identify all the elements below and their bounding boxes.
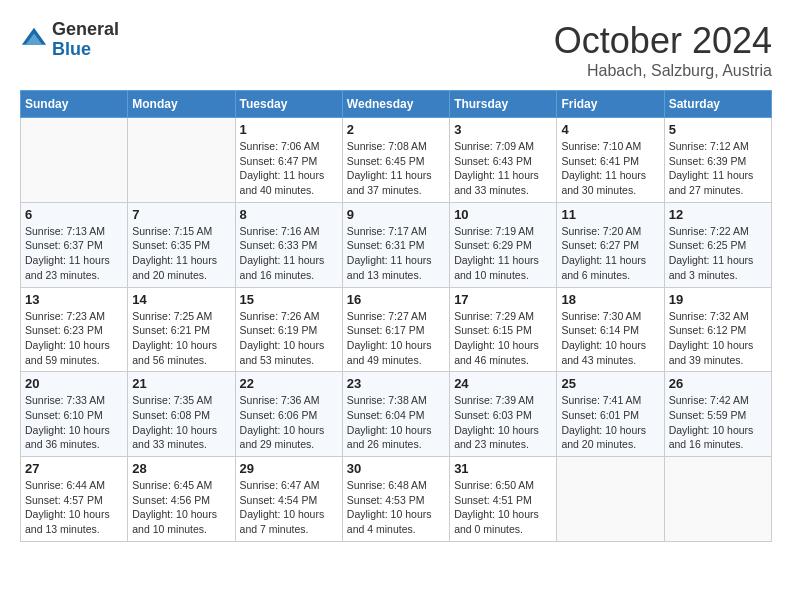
location: Habach, Salzburg, Austria xyxy=(554,62,772,80)
calendar-week-row: 6Sunrise: 7:13 AMSunset: 6:37 PMDaylight… xyxy=(21,202,772,287)
calendar-cell: 2Sunrise: 7:08 AMSunset: 6:45 PMDaylight… xyxy=(342,118,449,203)
weekday-header-friday: Friday xyxy=(557,91,664,118)
weekday-header-saturday: Saturday xyxy=(664,91,771,118)
day-detail: Sunrise: 7:41 AMSunset: 6:01 PMDaylight:… xyxy=(561,393,659,452)
day-detail: Sunrise: 7:38 AMSunset: 6:04 PMDaylight:… xyxy=(347,393,445,452)
day-number: 20 xyxy=(25,376,123,391)
title-block: October 2024 Habach, Salzburg, Austria xyxy=(554,20,772,80)
day-detail: Sunrise: 7:22 AMSunset: 6:25 PMDaylight:… xyxy=(669,224,767,283)
calendar-cell: 11Sunrise: 7:20 AMSunset: 6:27 PMDayligh… xyxy=(557,202,664,287)
day-number: 8 xyxy=(240,207,338,222)
day-detail: Sunrise: 7:09 AMSunset: 6:43 PMDaylight:… xyxy=(454,139,552,198)
day-detail: Sunrise: 7:39 AMSunset: 6:03 PMDaylight:… xyxy=(454,393,552,452)
calendar-cell: 30Sunrise: 6:48 AMSunset: 4:53 PMDayligh… xyxy=(342,457,449,542)
day-number: 31 xyxy=(454,461,552,476)
weekday-header-monday: Monday xyxy=(128,91,235,118)
calendar-cell: 22Sunrise: 7:36 AMSunset: 6:06 PMDayligh… xyxy=(235,372,342,457)
day-number: 13 xyxy=(25,292,123,307)
calendar-week-row: 27Sunrise: 6:44 AMSunset: 4:57 PMDayligh… xyxy=(21,457,772,542)
day-number: 15 xyxy=(240,292,338,307)
day-number: 10 xyxy=(454,207,552,222)
calendar-cell: 12Sunrise: 7:22 AMSunset: 6:25 PMDayligh… xyxy=(664,202,771,287)
day-detail: Sunrise: 7:13 AMSunset: 6:37 PMDaylight:… xyxy=(25,224,123,283)
calendar-cell: 23Sunrise: 7:38 AMSunset: 6:04 PMDayligh… xyxy=(342,372,449,457)
calendar-cell: 3Sunrise: 7:09 AMSunset: 6:43 PMDaylight… xyxy=(450,118,557,203)
day-number: 7 xyxy=(132,207,230,222)
day-detail: Sunrise: 7:26 AMSunset: 6:19 PMDaylight:… xyxy=(240,309,338,368)
day-detail: Sunrise: 6:44 AMSunset: 4:57 PMDaylight:… xyxy=(25,478,123,537)
day-number: 24 xyxy=(454,376,552,391)
weekday-header-tuesday: Tuesday xyxy=(235,91,342,118)
calendar-cell: 26Sunrise: 7:42 AMSunset: 5:59 PMDayligh… xyxy=(664,372,771,457)
day-number: 6 xyxy=(25,207,123,222)
day-detail: Sunrise: 6:50 AMSunset: 4:51 PMDaylight:… xyxy=(454,478,552,537)
weekday-header-thursday: Thursday xyxy=(450,91,557,118)
logo-text: General Blue xyxy=(52,20,119,60)
weekday-header-wednesday: Wednesday xyxy=(342,91,449,118)
day-number: 17 xyxy=(454,292,552,307)
calendar-cell: 5Sunrise: 7:12 AMSunset: 6:39 PMDaylight… xyxy=(664,118,771,203)
weekday-header-sunday: Sunday xyxy=(21,91,128,118)
day-detail: Sunrise: 7:30 AMSunset: 6:14 PMDaylight:… xyxy=(561,309,659,368)
day-detail: Sunrise: 6:45 AMSunset: 4:56 PMDaylight:… xyxy=(132,478,230,537)
day-number: 23 xyxy=(347,376,445,391)
calendar-cell: 27Sunrise: 6:44 AMSunset: 4:57 PMDayligh… xyxy=(21,457,128,542)
day-number: 26 xyxy=(669,376,767,391)
day-number: 27 xyxy=(25,461,123,476)
day-number: 18 xyxy=(561,292,659,307)
day-detail: Sunrise: 7:15 AMSunset: 6:35 PMDaylight:… xyxy=(132,224,230,283)
day-number: 29 xyxy=(240,461,338,476)
day-number: 12 xyxy=(669,207,767,222)
day-detail: Sunrise: 7:12 AMSunset: 6:39 PMDaylight:… xyxy=(669,139,767,198)
day-detail: Sunrise: 7:06 AMSunset: 6:47 PMDaylight:… xyxy=(240,139,338,198)
day-number: 3 xyxy=(454,122,552,137)
day-number: 14 xyxy=(132,292,230,307)
day-detail: Sunrise: 7:17 AMSunset: 6:31 PMDaylight:… xyxy=(347,224,445,283)
calendar-week-row: 1Sunrise: 7:06 AMSunset: 6:47 PMDaylight… xyxy=(21,118,772,203)
day-detail: Sunrise: 7:23 AMSunset: 6:23 PMDaylight:… xyxy=(25,309,123,368)
day-number: 16 xyxy=(347,292,445,307)
calendar-cell: 7Sunrise: 7:15 AMSunset: 6:35 PMDaylight… xyxy=(128,202,235,287)
day-detail: Sunrise: 7:25 AMSunset: 6:21 PMDaylight:… xyxy=(132,309,230,368)
day-detail: Sunrise: 7:36 AMSunset: 6:06 PMDaylight:… xyxy=(240,393,338,452)
page-header: General Blue October 2024 Habach, Salzbu… xyxy=(20,20,772,80)
weekday-header-row: SundayMondayTuesdayWednesdayThursdayFrid… xyxy=(21,91,772,118)
day-number: 30 xyxy=(347,461,445,476)
calendar-cell: 16Sunrise: 7:27 AMSunset: 6:17 PMDayligh… xyxy=(342,287,449,372)
day-number: 11 xyxy=(561,207,659,222)
calendar-cell: 17Sunrise: 7:29 AMSunset: 6:15 PMDayligh… xyxy=(450,287,557,372)
day-number: 19 xyxy=(669,292,767,307)
day-number: 22 xyxy=(240,376,338,391)
day-detail: Sunrise: 7:29 AMSunset: 6:15 PMDaylight:… xyxy=(454,309,552,368)
calendar-cell: 18Sunrise: 7:30 AMSunset: 6:14 PMDayligh… xyxy=(557,287,664,372)
calendar-cell: 9Sunrise: 7:17 AMSunset: 6:31 PMDaylight… xyxy=(342,202,449,287)
calendar-cell: 14Sunrise: 7:25 AMSunset: 6:21 PMDayligh… xyxy=(128,287,235,372)
calendar-cell: 28Sunrise: 6:45 AMSunset: 4:56 PMDayligh… xyxy=(128,457,235,542)
calendar-cell: 8Sunrise: 7:16 AMSunset: 6:33 PMDaylight… xyxy=(235,202,342,287)
day-number: 2 xyxy=(347,122,445,137)
day-detail: Sunrise: 6:47 AMSunset: 4:54 PMDaylight:… xyxy=(240,478,338,537)
day-detail: Sunrise: 7:08 AMSunset: 6:45 PMDaylight:… xyxy=(347,139,445,198)
calendar-cell: 13Sunrise: 7:23 AMSunset: 6:23 PMDayligh… xyxy=(21,287,128,372)
calendar-cell: 15Sunrise: 7:26 AMSunset: 6:19 PMDayligh… xyxy=(235,287,342,372)
calendar-cell xyxy=(21,118,128,203)
day-detail: Sunrise: 7:42 AMSunset: 5:59 PMDaylight:… xyxy=(669,393,767,452)
calendar-cell: 10Sunrise: 7:19 AMSunset: 6:29 PMDayligh… xyxy=(450,202,557,287)
calendar-cell: 21Sunrise: 7:35 AMSunset: 6:08 PMDayligh… xyxy=(128,372,235,457)
calendar-cell: 25Sunrise: 7:41 AMSunset: 6:01 PMDayligh… xyxy=(557,372,664,457)
day-number: 4 xyxy=(561,122,659,137)
logo-icon xyxy=(20,26,48,54)
calendar-week-row: 20Sunrise: 7:33 AMSunset: 6:10 PMDayligh… xyxy=(21,372,772,457)
calendar-cell: 19Sunrise: 7:32 AMSunset: 6:12 PMDayligh… xyxy=(664,287,771,372)
calendar-cell: 1Sunrise: 7:06 AMSunset: 6:47 PMDaylight… xyxy=(235,118,342,203)
day-detail: Sunrise: 6:48 AMSunset: 4:53 PMDaylight:… xyxy=(347,478,445,537)
day-detail: Sunrise: 7:32 AMSunset: 6:12 PMDaylight:… xyxy=(669,309,767,368)
calendar-cell: 4Sunrise: 7:10 AMSunset: 6:41 PMDaylight… xyxy=(557,118,664,203)
day-detail: Sunrise: 7:35 AMSunset: 6:08 PMDaylight:… xyxy=(132,393,230,452)
day-number: 5 xyxy=(669,122,767,137)
day-number: 28 xyxy=(132,461,230,476)
day-detail: Sunrise: 7:16 AMSunset: 6:33 PMDaylight:… xyxy=(240,224,338,283)
calendar-table: SundayMondayTuesdayWednesdayThursdayFrid… xyxy=(20,90,772,542)
calendar-cell xyxy=(664,457,771,542)
calendar-cell: 6Sunrise: 7:13 AMSunset: 6:37 PMDaylight… xyxy=(21,202,128,287)
